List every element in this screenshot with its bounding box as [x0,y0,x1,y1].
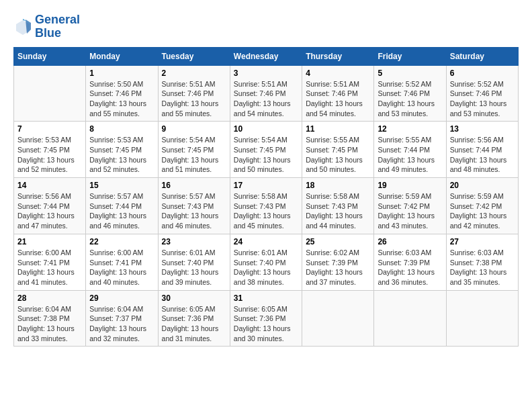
day-number: 1 [89,68,154,78]
day-cell [374,290,446,347]
day-info: Sunrise: 6:04 AM Sunset: 7:37 PM Dayligh… [89,304,154,344]
day-cell: 31Sunrise: 6:05 AM Sunset: 7:36 PM Dayli… [230,290,302,347]
day-cell: 18Sunrise: 5:58 AM Sunset: 7:43 PM Dayli… [302,178,374,234]
day-cell: 27Sunrise: 6:03 AM Sunset: 7:38 PM Dayli… [446,234,518,290]
day-info: Sunrise: 5:56 AM Sunset: 7:44 PM Dayligh… [17,191,82,231]
day-number: 14 [17,181,82,190]
day-number: 20 [450,181,515,190]
day-info: Sunrise: 5:58 AM Sunset: 7:43 PM Dayligh… [306,191,370,231]
day-cell: 16Sunrise: 5:57 AM Sunset: 7:43 PM Dayli… [158,178,230,234]
day-number: 9 [162,124,226,134]
day-number: 2 [162,68,226,78]
day-number: 30 [162,293,226,303]
day-cell: 24Sunrise: 6:01 AM Sunset: 7:40 PM Dayli… [230,234,302,290]
day-number: 15 [89,181,154,190]
day-cell: 7Sunrise: 5:53 AM Sunset: 7:45 PM Daylig… [14,122,86,178]
week-row-3: 14Sunrise: 5:56 AM Sunset: 7:44 PM Dayli… [14,178,519,234]
day-header-tuesday: Tuesday [158,47,230,65]
day-number: 6 [450,68,515,78]
day-info: Sunrise: 5:59 AM Sunset: 7:42 PM Dayligh… [378,191,442,231]
week-row-2: 7Sunrise: 5:53 AM Sunset: 7:45 PM Daylig… [14,122,519,178]
day-header-saturday: Saturday [446,47,518,65]
day-number: 25 [306,237,370,246]
day-cell: 30Sunrise: 6:05 AM Sunset: 7:36 PM Dayli… [158,290,230,347]
day-info: Sunrise: 6:01 AM Sunset: 7:40 PM Dayligh… [234,248,298,287]
day-cell: 9Sunrise: 5:54 AM Sunset: 7:45 PM Daylig… [158,122,230,178]
day-cell: 25Sunrise: 6:02 AM Sunset: 7:39 PM Dayli… [302,234,374,290]
day-number: 19 [378,181,442,190]
day-cell: 28Sunrise: 6:04 AM Sunset: 7:38 PM Dayli… [14,290,86,347]
day-info: Sunrise: 5:50 AM Sunset: 7:46 PM Dayligh… [89,79,154,119]
day-info: Sunrise: 6:00 AM Sunset: 7:41 PM Dayligh… [89,248,154,287]
day-info: Sunrise: 6:00 AM Sunset: 7:41 PM Dayligh… [17,248,82,287]
week-row-4: 21Sunrise: 6:00 AM Sunset: 7:41 PM Dayli… [14,234,519,290]
day-cell: 20Sunrise: 5:59 AM Sunset: 7:42 PM Dayli… [446,178,518,234]
day-cell: 22Sunrise: 6:00 AM Sunset: 7:41 PM Dayli… [86,234,158,290]
header-row: SundayMondayTuesdayWednesdayThursdayFrid… [14,47,519,65]
day-cell: 5Sunrise: 5:52 AM Sunset: 7:46 PM Daylig… [374,65,446,122]
day-cell: 13Sunrise: 5:56 AM Sunset: 7:44 PM Dayli… [446,122,518,178]
day-number: 12 [378,124,442,134]
day-number: 8 [89,124,154,134]
day-info: Sunrise: 5:51 AM Sunset: 7:46 PM Dayligh… [162,79,226,119]
day-info: Sunrise: 5:57 AM Sunset: 7:44 PM Dayligh… [89,191,154,231]
day-cell: 8Sunrise: 5:53 AM Sunset: 7:45 PM Daylig… [86,122,158,178]
day-cell: 15Sunrise: 5:57 AM Sunset: 7:44 PM Dayli… [86,178,158,234]
day-cell: 6Sunrise: 5:52 AM Sunset: 7:46 PM Daylig… [446,65,518,122]
page-header: General Blue [13,13,519,40]
day-info: Sunrise: 6:05 AM Sunset: 7:36 PM Dayligh… [234,304,298,344]
day-info: Sunrise: 5:56 AM Sunset: 7:44 PM Dayligh… [450,135,515,175]
day-cell: 29Sunrise: 6:04 AM Sunset: 7:37 PM Dayli… [86,290,158,347]
day-info: Sunrise: 5:55 AM Sunset: 7:44 PM Dayligh… [378,135,442,175]
day-info: Sunrise: 5:54 AM Sunset: 7:45 PM Dayligh… [162,135,226,175]
day-number: 26 [378,237,442,246]
week-row-5: 28Sunrise: 6:04 AM Sunset: 7:38 PM Dayli… [14,290,519,347]
day-number: 22 [89,237,154,246]
day-number: 13 [450,124,515,134]
day-info: Sunrise: 5:57 AM Sunset: 7:43 PM Dayligh… [162,191,226,231]
day-header-friday: Friday [374,47,446,65]
day-info: Sunrise: 5:55 AM Sunset: 7:45 PM Dayligh… [306,135,370,175]
day-info: Sunrise: 5:52 AM Sunset: 7:46 PM Dayligh… [378,79,442,119]
day-info: Sunrise: 6:01 AM Sunset: 7:40 PM Dayligh… [162,248,226,287]
day-cell: 21Sunrise: 6:00 AM Sunset: 7:41 PM Dayli… [14,234,86,290]
day-cell: 12Sunrise: 5:55 AM Sunset: 7:44 PM Dayli… [374,122,446,178]
day-cell: 26Sunrise: 6:03 AM Sunset: 7:39 PM Dayli… [374,234,446,290]
day-info: Sunrise: 5:52 AM Sunset: 7:46 PM Dayligh… [450,79,515,119]
day-number: 21 [17,237,82,246]
day-cell: 23Sunrise: 6:01 AM Sunset: 7:40 PM Dayli… [158,234,230,290]
day-number: 24 [234,237,298,246]
day-number: 10 [234,124,298,134]
day-info: Sunrise: 6:03 AM Sunset: 7:38 PM Dayligh… [450,248,515,287]
day-number: 17 [234,181,298,190]
day-info: Sunrise: 5:53 AM Sunset: 7:45 PM Dayligh… [17,135,82,175]
day-header-monday: Monday [86,47,158,65]
logo-icon [13,17,32,36]
day-info: Sunrise: 6:05 AM Sunset: 7:36 PM Dayligh… [162,304,226,344]
day-info: Sunrise: 6:04 AM Sunset: 7:38 PM Dayligh… [17,304,82,344]
day-number: 27 [450,237,515,246]
day-cell: 19Sunrise: 5:59 AM Sunset: 7:42 PM Dayli… [374,178,446,234]
day-cell: 11Sunrise: 5:55 AM Sunset: 7:45 PM Dayli… [302,122,374,178]
day-info: Sunrise: 5:51 AM Sunset: 7:46 PM Dayligh… [306,79,370,119]
day-info: Sunrise: 6:02 AM Sunset: 7:39 PM Dayligh… [306,248,370,287]
day-info: Sunrise: 5:58 AM Sunset: 7:43 PM Dayligh… [234,191,298,231]
day-info: Sunrise: 5:54 AM Sunset: 7:45 PM Dayligh… [234,135,298,175]
day-number: 18 [306,181,370,190]
day-number: 29 [89,293,154,303]
day-info: Sunrise: 5:53 AM Sunset: 7:45 PM Dayligh… [89,135,154,175]
day-cell: 14Sunrise: 5:56 AM Sunset: 7:44 PM Dayli… [14,178,86,234]
day-number: 28 [17,293,82,303]
logo: General Blue [13,13,80,40]
day-cell [14,65,86,122]
day-header-thursday: Thursday [302,47,374,65]
day-number: 16 [162,181,226,190]
day-info: Sunrise: 5:59 AM Sunset: 7:42 PM Dayligh… [450,191,515,231]
day-cell: 3Sunrise: 5:51 AM Sunset: 7:46 PM Daylig… [230,65,302,122]
day-number: 3 [234,68,298,78]
day-number: 11 [306,124,370,134]
day-number: 23 [162,237,226,246]
logo-text: General Blue [35,13,80,40]
day-number: 7 [17,124,82,134]
day-number: 31 [234,293,298,303]
